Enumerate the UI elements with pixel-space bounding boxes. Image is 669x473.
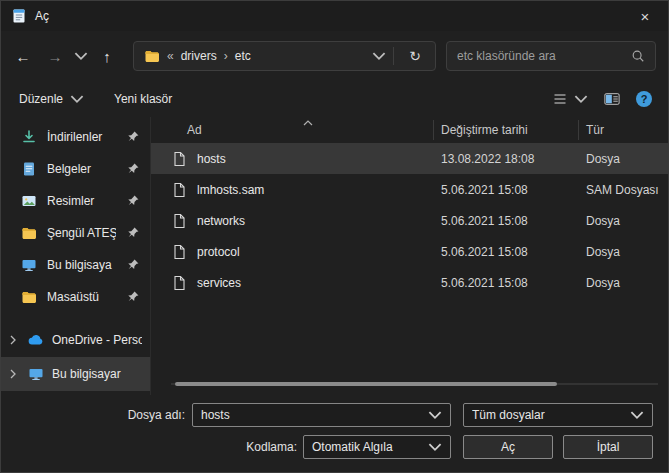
close-button[interactable]: × xyxy=(622,1,668,31)
file-modified: 5.06.2021 15:08 xyxy=(441,276,586,290)
file-row[interactable]: hosts 13.08.2022 18:08 Dosya xyxy=(151,143,668,174)
sidebar-item[interactable]: Şengül ATEŞ xyxy=(3,217,148,249)
file-row[interactable]: protocol 5.06.2021 15:08 Dosya xyxy=(151,236,668,267)
sidebar-pinned-list: İndirilenler Belgeler Resimler Şengül AT… xyxy=(1,121,150,313)
cancel-button[interactable]: İptal xyxy=(563,435,653,459)
notepad-app-icon xyxy=(11,8,27,24)
sidebar-item-icon xyxy=(28,332,44,348)
navigation-bar: ← → ↑ « drivers › etc ↻ xyxy=(1,31,668,81)
file-type: Dosya xyxy=(586,214,668,228)
pin-icon xyxy=(126,290,140,304)
main-content: İndirilenler Belgeler Resimler Şengül AT… xyxy=(1,117,668,395)
sidebar-item-label: Şengül ATEŞ xyxy=(47,226,116,240)
refresh-button[interactable]: ↻ xyxy=(401,43,429,69)
file-name: protocol xyxy=(197,245,240,259)
organize-label: Düzenle xyxy=(19,92,63,106)
breadcrumb-segment-etc[interactable]: etc xyxy=(235,49,251,63)
titlebar: Aç × xyxy=(1,1,668,31)
file-name: networks xyxy=(197,214,245,228)
file-type: SAM Dosyası xyxy=(586,183,668,197)
file-icon xyxy=(171,213,187,229)
sidebar-tree: OneDrive - Perso Bu bilgisayar xyxy=(1,323,150,391)
chevron-down-icon[interactable] xyxy=(428,408,442,422)
chevron-down-icon xyxy=(428,440,442,454)
change-view-button[interactable] xyxy=(552,91,588,107)
up-button[interactable]: ↑ xyxy=(91,41,123,71)
file-type: Dosya xyxy=(586,245,668,259)
sidebar-tree-item[interactable]: Bu bilgisayar xyxy=(1,357,150,391)
file-name-cell: services xyxy=(171,275,441,291)
pin-icon xyxy=(126,130,140,144)
chevron-right-icon[interactable] xyxy=(10,335,20,345)
sidebar-item[interactable]: Masaüstü xyxy=(3,281,148,313)
filename-input[interactable] xyxy=(201,408,422,422)
file-row[interactable]: services 5.06.2021 15:08 Dosya xyxy=(151,267,668,298)
file-modified: 5.06.2021 15:08 xyxy=(441,183,586,197)
command-toolbar: Düzenle Yeni klasör ? xyxy=(1,81,668,117)
organize-button[interactable]: Düzenle xyxy=(19,92,84,106)
breadcrumb-segment-drivers[interactable]: drivers xyxy=(181,49,217,63)
open-file-dialog: Aç × ← → ↑ « drivers › etc ↻ xyxy=(0,0,669,473)
sidebar-item-label: Masaüstü xyxy=(47,290,116,304)
sidebar-item-icon xyxy=(21,129,37,145)
file-icon xyxy=(171,275,187,291)
folder-icon xyxy=(144,48,160,64)
forward-button[interactable]: → xyxy=(39,41,71,71)
new-folder-button[interactable]: Yeni klasör xyxy=(114,92,172,106)
chevron-right-icon[interactable] xyxy=(10,369,20,379)
chevron-down-icon xyxy=(630,408,644,422)
sidebar-item-label: Bu bilgisayar xyxy=(52,367,142,381)
sidebar-item[interactable]: Belgeler xyxy=(3,153,148,185)
filename-combobox[interactable] xyxy=(192,403,451,427)
sidebar-item-label: Resimler xyxy=(47,194,116,208)
file-row[interactable]: lmhosts.sam 5.06.2021 15:08 SAM Dosyası xyxy=(151,174,668,205)
file-name-cell: networks xyxy=(171,213,441,229)
column-separator[interactable] xyxy=(578,120,579,140)
scrollbar-thumb[interactable] xyxy=(175,382,557,386)
sidebar-item-icon xyxy=(21,225,37,241)
file-modified: 13.08.2022 18:08 xyxy=(441,152,586,166)
encoding-select[interactable]: Otomatik Algıla xyxy=(303,435,451,459)
sidebar-item-label: İndirilenler xyxy=(47,130,116,144)
address-dropdown-chevron-icon[interactable] xyxy=(372,49,386,63)
preview-pane-icon[interactable] xyxy=(604,91,620,107)
sidebar-item-icon xyxy=(21,193,37,209)
sidebar-tree-item[interactable]: OneDrive - Perso xyxy=(1,323,150,357)
search-input[interactable] xyxy=(457,49,623,63)
sidebar-item-icon xyxy=(21,161,37,177)
search-box[interactable] xyxy=(446,41,656,71)
sort-ascending-icon xyxy=(303,117,313,129)
column-header-type[interactable]: Tür xyxy=(586,123,668,137)
file-list-pane: Ad Değiştirme tarihi Tür hosts 13.08 xyxy=(151,117,668,395)
pin-icon xyxy=(126,162,140,176)
sidebar-item[interactable]: Resimler xyxy=(3,185,148,217)
sidebar-item-label: Belgeler xyxy=(47,162,116,176)
breadcrumb-collapsed[interactable]: « xyxy=(167,49,174,63)
encoding-label: Kodlama: xyxy=(1,440,297,454)
toolbar-right-group: ? xyxy=(552,91,652,107)
help-button[interactable]: ? xyxy=(636,91,652,107)
open-button[interactable]: Aç xyxy=(463,435,553,459)
file-name: lmhosts.sam xyxy=(197,183,264,197)
sidebar-item-icon xyxy=(21,257,37,273)
file-icon xyxy=(171,244,187,260)
address-bar[interactable]: « drivers › etc ↻ xyxy=(133,41,436,71)
horizontal-scrollbar[interactable] xyxy=(171,382,658,386)
chevron-down-icon xyxy=(74,49,88,63)
file-name: hosts xyxy=(197,152,226,166)
file-row[interactable]: networks 5.06.2021 15:08 Dosya xyxy=(151,205,668,236)
sidebar-item[interactable]: Bu bilgisaya xyxy=(3,249,148,281)
recent-locations-button[interactable] xyxy=(71,41,91,71)
column-header-modified[interactable]: Değiştirme tarihi xyxy=(441,123,586,137)
column-separator[interactable] xyxy=(433,120,434,140)
file-name-cell: lmhosts.sam xyxy=(171,182,441,198)
filetype-select[interactable]: Tüm dosyalar xyxy=(463,403,653,427)
sidebar-item[interactable]: İndirilenler xyxy=(3,121,148,153)
file-icon xyxy=(171,182,187,198)
sidebar-item-icon xyxy=(21,289,37,305)
filetype-value: Tüm dosyalar xyxy=(472,408,624,422)
encoding-value: Otomatik Algıla xyxy=(312,440,422,454)
back-button[interactable]: ← xyxy=(7,41,39,71)
new-folder-label: Yeni klasör xyxy=(114,92,172,106)
file-type: Dosya xyxy=(586,152,668,166)
